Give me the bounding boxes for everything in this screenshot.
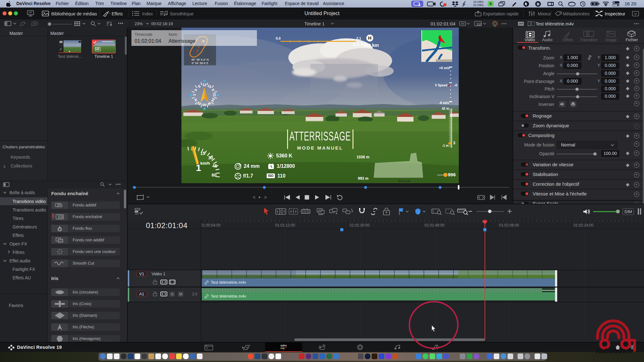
svg-text:30: 30 [208,155,213,160]
svg-text:6: 6 [194,88,198,91]
svg-text:N: N [193,98,198,102]
svg-text:33: 33 [197,101,202,106]
svg-text:15: 15 [207,84,212,89]
svg-text:30: 30 [203,103,206,107]
svg-text:km/h: km/h [200,161,210,166]
svg-text:24: 24 [210,97,216,103]
svg-text:1: 1 [196,162,201,173]
svg-text:S: S [211,88,215,92]
svg-text:B: B [537,2,540,6]
svg-text:60: 60 [212,173,217,178]
svg-text:21: 21 [213,93,216,97]
svg-text:W: W [207,101,212,106]
svg-text:E: E [197,84,201,88]
svg-text:3: 3 [192,94,196,96]
svg-text:45: 45 [212,163,217,168]
svg-text:15: 15 [200,151,205,156]
svg-text:HQ: HQ [478,24,480,25]
svg-text:12: 12 [203,83,206,87]
